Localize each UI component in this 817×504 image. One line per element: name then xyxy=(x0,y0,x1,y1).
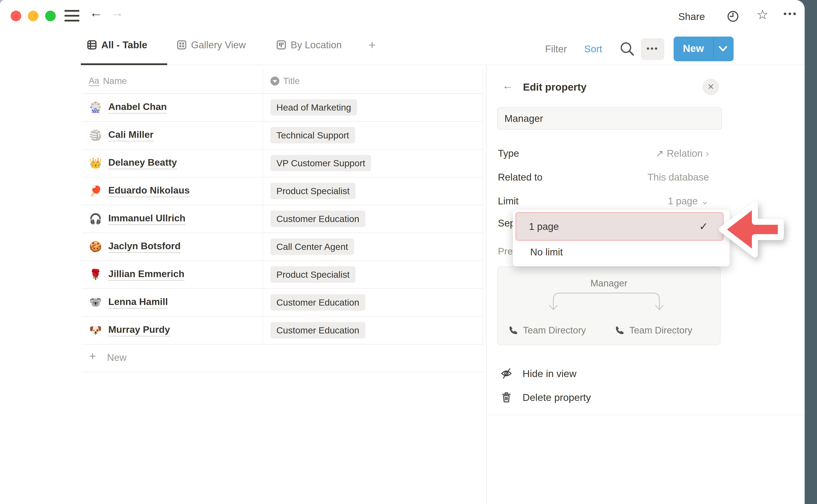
column-header-label: Name xyxy=(103,76,127,86)
panel-divider xyxy=(486,65,487,504)
favorite-star-icon[interactable]: ☆ xyxy=(757,8,769,21)
title-cell[interactable]: Call Center Agent xyxy=(270,238,354,255)
page-link[interactable]: Anabel Chan xyxy=(108,101,167,114)
page-emoji-icon: 🌹 xyxy=(89,269,102,280)
field-value-related-to[interactable]: This database xyxy=(647,171,709,183)
new-button-label: New xyxy=(674,37,713,61)
property-name-value: Manager xyxy=(505,108,543,129)
title-cell[interactable]: Customer Education xyxy=(270,211,365,227)
preview-bracket-lines xyxy=(537,291,676,312)
chevron-down-icon[interactable] xyxy=(717,44,729,54)
table-row[interactable]: 🐶 Murray Purdy Customer Education xyxy=(82,316,483,345)
page-link[interactable]: Jillian Emmerich xyxy=(108,268,184,281)
table-view-icon xyxy=(87,40,97,50)
title-cell[interactable]: Head of Marketing xyxy=(270,99,357,115)
new-button-divider xyxy=(713,37,714,61)
sort-button[interactable]: Sort xyxy=(584,42,602,56)
table-row[interactable]: 🌹 Jillian Emmerich Product Specialist xyxy=(82,261,483,289)
property-name-input[interactable]: Manager xyxy=(497,107,722,130)
limit-dropdown-menu: 1 page ✓ No limit xyxy=(513,209,730,266)
page-link[interactable]: Jaclyn Botsford xyxy=(108,241,181,253)
tab-by-location[interactable]: By Location xyxy=(276,37,342,52)
tabbar-divider xyxy=(81,65,805,65)
preview-child-database: Team Directory xyxy=(615,325,692,336)
page-emoji-icon: 🏓 xyxy=(89,185,102,196)
active-tab-underline xyxy=(81,63,167,65)
select-property-icon xyxy=(270,77,279,85)
title-cell[interactable]: Technical Support xyxy=(270,127,355,143)
phone-icon xyxy=(615,325,625,335)
phone-icon xyxy=(509,325,518,335)
table-row[interactable]: 👑 Delaney Beatty VP Customer Support xyxy=(82,149,483,177)
page-link[interactable]: Lenna Hamill xyxy=(108,296,168,309)
column-header-label: Title xyxy=(283,76,300,86)
preview-child-database: Team Directory xyxy=(509,325,586,336)
panel-back-icon[interactable]: ← xyxy=(502,80,513,91)
field-value-type[interactable]: ↗ Relation › xyxy=(656,148,709,159)
action-label: Hide in view xyxy=(523,368,576,379)
dropdown-option-1-page[interactable]: 1 page ✓ xyxy=(515,212,724,241)
tab-gallery-view[interactable]: Gallery View xyxy=(177,37,246,52)
add-view-button[interactable]: + xyxy=(368,37,376,52)
clock-icon[interactable] xyxy=(727,10,739,23)
action-label: Delete property xyxy=(523,392,591,403)
table-row[interactable]: 🍪 Jaclyn Botsford Call Center Agent xyxy=(82,233,483,261)
filter-button[interactable]: Filter xyxy=(545,42,567,56)
annotation-arrow-left-icon xyxy=(714,198,805,264)
search-icon[interactable] xyxy=(619,40,636,57)
title-cell[interactable]: Customer Education xyxy=(270,294,365,310)
field-value-limit[interactable]: 1 page ⌄ xyxy=(668,195,709,207)
sidebar-menu-icon[interactable] xyxy=(64,10,79,22)
chevron-right-icon: › xyxy=(706,148,709,159)
panel-close-icon[interactable]: ✕ xyxy=(703,79,719,95)
delete-property-button[interactable]: Delete property xyxy=(501,391,591,403)
table-header-row: Aa Name Title xyxy=(82,69,483,94)
page-link[interactable]: Delaney Beatty xyxy=(108,157,177,169)
field-value-text: Relation xyxy=(667,148,703,159)
title-cell[interactable]: Product Specialist xyxy=(270,266,355,283)
title-cell[interactable]: Customer Education xyxy=(270,322,365,338)
dropdown-option-no-limit[interactable]: No limit xyxy=(517,242,726,262)
back-arrow-icon[interactable]: ← xyxy=(89,6,103,19)
traffic-light-close-button[interactable] xyxy=(11,11,21,21)
field-label-related-to: Related to xyxy=(498,171,543,183)
page-emoji-icon: 🍪 xyxy=(89,241,102,252)
option-label: 1 page xyxy=(529,213,559,240)
column-header-title[interactable]: Title xyxy=(270,69,300,93)
share-button[interactable]: Share xyxy=(678,11,705,22)
table-row[interactable]: 🏐 Cali Miller Technical Support xyxy=(82,121,483,149)
title-cell[interactable]: Product Specialist xyxy=(270,183,355,199)
page-emoji-icon: 🏐 xyxy=(89,130,102,141)
page-link[interactable]: Murray Purdy xyxy=(108,324,170,336)
preview-child-label: Team Directory xyxy=(629,325,692,336)
table-row[interactable]: 🎧 Immanuel Ullrich Customer Education xyxy=(82,205,483,233)
window-more-options-icon[interactable]: ••• xyxy=(783,7,798,20)
gallery-view-icon xyxy=(177,40,187,50)
page-emoji-icon: 🎧 xyxy=(89,213,102,224)
forward-arrow-icon[interactable]: → xyxy=(111,6,124,19)
new-row-button[interactable]: + New xyxy=(82,344,483,372)
title-cell[interactable]: VP Customer Support xyxy=(270,155,371,171)
table-row[interactable]: 🏓 Eduardo Nikolaus Product Specialist xyxy=(82,177,483,205)
page-link[interactable]: Cali Miller xyxy=(108,129,154,141)
trash-icon xyxy=(501,391,512,403)
table-row[interactable]: 🐨 Lenna Hamill Customer Education xyxy=(82,288,483,317)
page-link[interactable]: Immanuel Ullrich xyxy=(108,213,185,225)
tab-label: All - Table xyxy=(101,39,147,51)
field-value-text: This database xyxy=(647,171,709,183)
relation-arrow-icon: ↗ xyxy=(656,148,664,159)
page-emoji-icon: 🐨 xyxy=(89,297,102,308)
view-options-icon[interactable]: ••• xyxy=(641,38,664,60)
traffic-light-minimize-button[interactable] xyxy=(28,11,38,21)
page-emoji-icon: 🎡 xyxy=(89,102,102,113)
hide-in-view-button[interactable]: Hide in view xyxy=(501,367,576,379)
field-label-limit: Limit xyxy=(498,195,519,207)
tab-label: Gallery View xyxy=(191,39,246,51)
tab-all-table[interactable]: All - Table xyxy=(87,37,147,52)
new-button[interactable]: New xyxy=(674,37,734,61)
page-link[interactable]: Eduardo Nikolaus xyxy=(108,185,190,197)
table-row[interactable]: 🎡 Anabel Chan Head of Marketing xyxy=(82,93,483,122)
chevron-down-icon: ⌄ xyxy=(701,195,709,207)
traffic-light-zoom-button[interactable] xyxy=(45,11,56,21)
column-header-name[interactable]: Aa Name xyxy=(89,69,127,93)
